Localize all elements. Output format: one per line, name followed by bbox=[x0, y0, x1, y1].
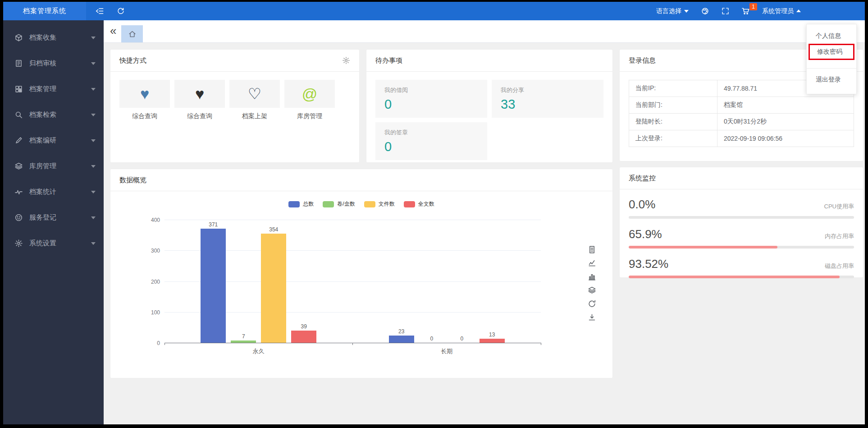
metric-value: 65.9% bbox=[629, 227, 662, 241]
language-select[interactable]: 语言选择 bbox=[656, 7, 689, 15]
sidebar-item[interactable]: 档案收集 bbox=[3, 25, 104, 51]
fold-icon[interactable] bbox=[96, 7, 104, 15]
shortcut-label: 综合查询 bbox=[119, 112, 170, 120]
bar-全文数[interactable]: 13 bbox=[480, 339, 505, 343]
app-window: 档案管理系统 语言选择 1 系统管理员 档案收集归档审核档案管理档案检索档案编研… bbox=[0, 0, 868, 428]
palette-icon[interactable] bbox=[701, 7, 709, 15]
user-menu-item[interactable]: 修改密码 bbox=[810, 45, 853, 59]
y-axis-tick: 300 bbox=[138, 248, 160, 254]
user-menu-item[interactable]: 个人信息 bbox=[807, 28, 856, 44]
download-icon[interactable] bbox=[587, 313, 596, 322]
fullscreen-icon[interactable] bbox=[722, 7, 729, 15]
shortcut-item[interactable]: @库房管理 bbox=[284, 80, 335, 120]
bar-全文数[interactable]: 39 bbox=[291, 331, 316, 343]
layers-icon bbox=[14, 162, 23, 170]
top-header: 档案管理系统 语言选择 1 系统管理员 bbox=[3, 2, 865, 20]
legend-label: 总数 bbox=[303, 200, 314, 208]
chevron-down-icon bbox=[91, 242, 96, 247]
sidebar-item-label: 档案统计 bbox=[29, 188, 56, 196]
shortcut-icon-box: ♡ bbox=[229, 80, 280, 108]
chevron-up-icon bbox=[796, 7, 801, 12]
shortcut-icon-box: @ bbox=[284, 80, 335, 108]
main-area: « 快捷方式 ♥综合查询♥综合查询♡档案上架@库房管理 bbox=[104, 20, 865, 424]
bar-总数[interactable]: 23 bbox=[389, 336, 414, 343]
sidebar-item-label: 档案收集 bbox=[29, 33, 56, 42]
login-row-label: 上次登录: bbox=[629, 130, 717, 147]
user-menu-item[interactable]: 退出登录 bbox=[807, 71, 856, 87]
refresh-icon[interactable] bbox=[117, 7, 125, 15]
todo-tile[interactable]: 我的借阅0 bbox=[375, 80, 487, 118]
login-row-label: 当前部门: bbox=[629, 97, 717, 114]
x-axis-tick bbox=[352, 343, 353, 345]
collapse-tabs-icon[interactable]: « bbox=[110, 25, 116, 37]
monitor-metric: 0.0%CPU使用率 bbox=[629, 198, 854, 219]
table-row: 上次登录:2022-09-19 09:06:56 bbox=[629, 130, 854, 147]
legend-item[interactable]: 全文数 bbox=[404, 200, 434, 208]
linechart-icon[interactable] bbox=[587, 258, 596, 267]
highlighted-menu-item-box: 修改密码 bbox=[809, 44, 854, 60]
shortcut-icon-box: ♥ bbox=[119, 80, 170, 108]
restore-icon[interactable] bbox=[587, 299, 596, 308]
chart-toolbox bbox=[587, 245, 596, 322]
pulse-icon bbox=[14, 188, 23, 196]
sidebar-item[interactable]: 档案统计 bbox=[3, 179, 104, 205]
bar-卷/盒数[interactable]: 7 bbox=[231, 341, 256, 343]
x-axis-category-label: 长期 bbox=[353, 347, 541, 355]
legend-item[interactable]: 文件数 bbox=[364, 200, 395, 208]
legend-item[interactable]: 卷/盒数 bbox=[323, 200, 355, 208]
x-axis-tick bbox=[541, 343, 541, 345]
login-info-title: 登录信息 bbox=[629, 56, 656, 65]
system-monitor-card: 系统监控 0.0%CPU使用率65.9%内存占用率93.52%磁盘占用率 bbox=[620, 167, 863, 277]
sidebar-item[interactable]: 档案编研 bbox=[3, 128, 104, 153]
tab-home[interactable] bbox=[121, 25, 143, 42]
gridline bbox=[164, 220, 541, 220]
sidebar-item-label: 系统设置 bbox=[29, 239, 56, 248]
body-row: 档案收集归档审核档案管理档案检索档案编研库房管理档案统计服务登记系统设置 « 快… bbox=[3, 20, 865, 424]
bar-文件数[interactable]: 354 bbox=[261, 234, 286, 343]
cart-icon bbox=[741, 7, 750, 15]
login-row-label: 登陆时长: bbox=[629, 114, 717, 130]
sidebar-item-label: 档案检索 bbox=[29, 110, 56, 119]
legend-item[interactable]: 总数 bbox=[288, 200, 314, 208]
bar-总数[interactable]: 371 bbox=[201, 229, 226, 343]
login-row-value: 0天0时31分2秒 bbox=[717, 114, 854, 130]
chevron-down-icon bbox=[91, 88, 96, 93]
language-label: 语言选择 bbox=[656, 7, 681, 15]
gear-icon[interactable] bbox=[342, 56, 350, 64]
quick-access-header: 快捷方式 bbox=[110, 50, 359, 72]
cart-button[interactable]: 1 bbox=[741, 7, 750, 15]
sidebar-item[interactable]: 系统设置 bbox=[3, 230, 104, 256]
data-overview-title: 数据概览 bbox=[119, 176, 146, 184]
shortcut-item[interactable]: ♡档案上架 bbox=[229, 80, 280, 120]
sidebar-item[interactable]: 服务登记 bbox=[3, 205, 104, 230]
barchart-icon[interactable] bbox=[587, 272, 596, 281]
sidebar-item[interactable]: 归档审核 bbox=[3, 51, 104, 76]
dataview-icon[interactable] bbox=[587, 245, 596, 254]
edit-icon bbox=[14, 136, 23, 145]
sidebar-item-label: 服务登记 bbox=[29, 213, 56, 222]
shortcut-item[interactable]: ♥综合查询 bbox=[174, 80, 225, 120]
quick-access-title: 快捷方式 bbox=[119, 56, 146, 65]
legend-label: 文件数 bbox=[379, 200, 395, 208]
bar-value-label: 39 bbox=[291, 323, 316, 330]
todo-tile[interactable]: 我的签章0 bbox=[375, 122, 487, 160]
sidebar-item[interactable]: 档案管理 bbox=[3, 76, 104, 102]
legend-swatch bbox=[404, 201, 415, 207]
cart-badge: 1 bbox=[749, 3, 757, 10]
user-menu-button[interactable]: 系统管理员 bbox=[762, 7, 801, 15]
y-axis-tick: 0 bbox=[138, 340, 160, 346]
shortcut-item[interactable]: ♥综合查询 bbox=[119, 80, 170, 120]
todo-value: 0 bbox=[384, 97, 478, 112]
header-right: 语言选择 1 系统管理员 bbox=[656, 7, 865, 15]
app-title: 档案管理系统 bbox=[3, 2, 86, 20]
bar-value-label: 13 bbox=[480, 331, 505, 338]
sidebar-item[interactable]: 库房管理 bbox=[3, 153, 104, 179]
audit-icon bbox=[14, 59, 23, 68]
bar-value-label: 23 bbox=[389, 328, 414, 335]
stack-icon[interactable] bbox=[587, 285, 596, 295]
tab-bar: « bbox=[104, 20, 865, 43]
todo-tile[interactable]: 我的分享33 bbox=[492, 80, 603, 118]
sidebar-item[interactable]: 档案检索 bbox=[3, 102, 104, 128]
gear-icon bbox=[14, 239, 23, 248]
legend-label: 卷/盒数 bbox=[337, 200, 355, 208]
